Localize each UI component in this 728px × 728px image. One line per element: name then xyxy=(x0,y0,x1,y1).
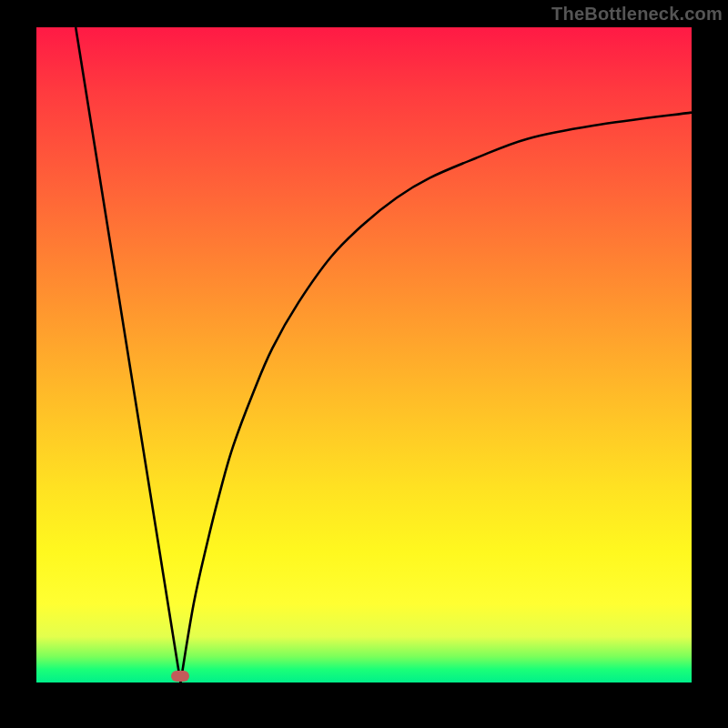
curve-svg xyxy=(36,27,692,682)
series-right-curve xyxy=(180,113,692,682)
watermark-text: TheBottleneck.com xyxy=(551,4,723,25)
minimum-marker xyxy=(171,671,189,682)
plot-area xyxy=(36,27,692,682)
chart-frame: TheBottleneck.com xyxy=(0,0,728,728)
series-left-line xyxy=(76,27,180,682)
